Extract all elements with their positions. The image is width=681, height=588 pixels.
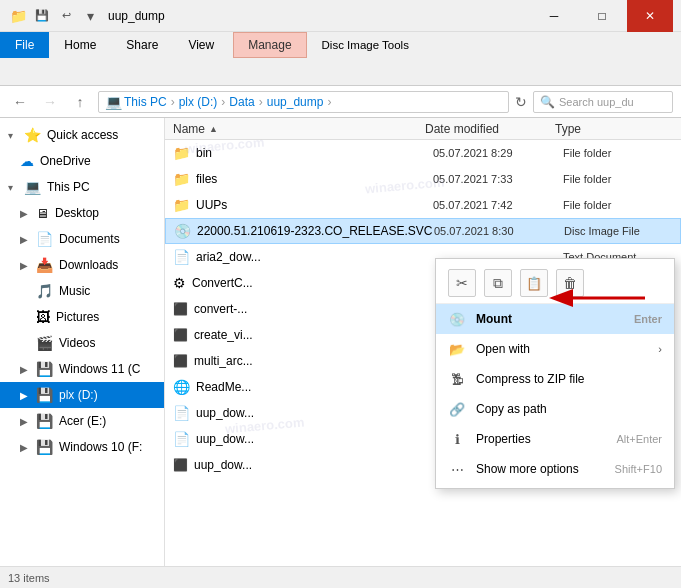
sidebar-item-windows10[interactable]: ▶ 💾 Windows 10 (F: <box>0 434 164 460</box>
copy-path-icon: 🔗 <box>448 400 466 418</box>
sidebar-item-documents[interactable]: ▶ 📄 Documents <box>0 226 164 252</box>
file-type-bin: File folder <box>563 147 673 159</box>
ctx-cut-button[interactable]: ✂ <box>448 269 476 297</box>
sidebar-label-acer: Acer (E:) <box>59 414 106 428</box>
breadcrumb-sep2: › <box>221 95 225 109</box>
column-headers: Name ▲ Date modified Type <box>165 118 681 140</box>
back-button[interactable]: ← <box>8 90 32 114</box>
ctx-item-mount[interactable]: 💿 Mount Enter <box>436 304 674 334</box>
sidebar-item-windows11[interactable]: ▶ 💾 Windows 11 (C <box>0 356 164 382</box>
ctx-item-compress[interactable]: 🗜 Compress to ZIP file <box>436 364 674 394</box>
title-bar-title: uup_dump <box>108 9 531 23</box>
ctx-paste-button[interactable]: 📋 <box>520 269 548 297</box>
ctx-shortcut-mount: Enter <box>634 313 662 325</box>
sh-uupdow1-icon: 📄 <box>173 405 190 421</box>
ctx-shortcut-show-more: Shift+F10 <box>615 463 662 475</box>
file-row-iso[interactable]: 💿 22000.51.210619-2323.CO_RELEASE.SVC 05… <box>165 218 681 244</box>
address-path[interactable]: 💻 This PC › plx (D:) › Data › uup_dump › <box>98 91 509 113</box>
minimize-button[interactable]: ─ <box>531 0 577 32</box>
sidebar-item-this-pc[interactable]: ▾ 💻 This PC <box>0 174 164 200</box>
expand-arrow-docs: ▶ <box>20 234 30 245</box>
cmd-createvi-icon: ⬛ <box>173 328 188 342</box>
disc-image-icon: 💿 <box>174 223 191 239</box>
quick-access-icon: ⭐ <box>24 127 41 143</box>
ctx-label-properties: Properties <box>476 432 606 446</box>
ctx-item-copy-path[interactable]: 🔗 Copy as path <box>436 394 674 424</box>
sidebar-item-desktop[interactable]: ▶ 🖥 Desktop <box>0 200 164 226</box>
file-name-createvi: ⬛ create_vi... <box>173 328 433 342</box>
tab-disc-image-tools[interactable]: Disc Image Tools <box>307 32 424 58</box>
file-name-uups: 📁 UUPs <box>173 197 433 213</box>
dropdown-icon[interactable]: ▾ <box>80 6 100 26</box>
ctx-delete-button[interactable]: 🗑 <box>556 269 584 297</box>
sidebar-item-quick-access[interactable]: ▾ ⭐ Quick access <box>0 122 164 148</box>
maximize-button[interactable]: □ <box>579 0 625 32</box>
music-icon: 🎵 <box>36 283 53 299</box>
close-button[interactable]: ✕ <box>627 0 673 32</box>
sidebar-item-onedrive[interactable]: ☁ OneDrive <box>0 148 164 174</box>
sidebar: ▾ ⭐ Quick access ☁ OneDrive ▾ 💻 This PC … <box>0 118 165 566</box>
ctx-item-show-more[interactable]: ⋯ Show more options Shift+F10 <box>436 454 674 484</box>
show-more-icon: ⋯ <box>448 460 466 478</box>
expand-arrow-quick: ▾ <box>8 130 18 141</box>
sidebar-label-music: Music <box>59 284 90 298</box>
pictures-icon: 🖼 <box>36 309 50 325</box>
acer-icon: 💾 <box>36 413 53 429</box>
sidebar-item-pictures[interactable]: 🖼 Pictures <box>0 304 164 330</box>
sidebar-label-videos: Videos <box>59 336 95 350</box>
ctx-shortcut-properties: Alt+Enter <box>616 433 662 445</box>
ctx-label-copy-path: Copy as path <box>476 402 662 416</box>
file-type-files: File folder <box>563 173 673 185</box>
col-header-type[interactable]: Type <box>555 122 681 136</box>
win11-icon: 💾 <box>36 361 53 377</box>
sidebar-label-onedrive: OneDrive <box>40 154 91 168</box>
forward-button[interactable]: → <box>38 90 62 114</box>
sidebar-label-thispc: This PC <box>47 180 90 194</box>
status-bar: 13 items <box>0 566 681 588</box>
up-button[interactable]: ↑ <box>68 90 92 114</box>
ctx-copy-button[interactable]: ⧉ <box>484 269 512 297</box>
ctx-arrow-open-with: › <box>658 343 662 355</box>
sidebar-label-pictures: Pictures <box>56 310 99 324</box>
file-type-iso: Disc Image File <box>564 225 672 237</box>
file-date-bin: 05.07.2021 8:29 <box>433 147 563 159</box>
refresh-button[interactable]: ↻ <box>515 94 527 110</box>
sidebar-item-downloads[interactable]: ▶ 📥 Downloads <box>0 252 164 278</box>
tab-view[interactable]: View <box>173 32 229 58</box>
tab-share[interactable]: Share <box>111 32 173 58</box>
sidebar-item-acer[interactable]: ▶ 💾 Acer (E:) <box>0 408 164 434</box>
file-date-iso: 05.07.2021 8:30 <box>434 225 564 237</box>
edge-readme-icon: 🌐 <box>173 379 190 395</box>
expand-arrow-win11: ▶ <box>20 364 30 375</box>
ctx-label-mount: Mount <box>476 312 624 326</box>
breadcrumb-icon: 💻 <box>105 94 122 110</box>
sidebar-label-windows10: Windows 10 (F: <box>59 440 142 454</box>
col-header-date[interactable]: Date modified <box>425 122 555 136</box>
breadcrumb-plx: plx (D:) <box>179 95 218 109</box>
sidebar-item-plx[interactable]: ▶ 💾 plx (D:) <box>0 382 164 408</box>
col-header-name[interactable]: Name ▲ <box>165 122 425 136</box>
ribbon-tabs: File Home Share View Manage Disc Image T… <box>0 32 681 58</box>
save-icon: 💾 <box>32 6 52 26</box>
expand-arrow-plx: ▶ <box>20 390 30 401</box>
file-area: Name ▲ Date modified Type 📁 bin 05. <box>165 118 681 566</box>
breadcrumb-data: Data <box>229 95 254 109</box>
ctx-item-open-with[interactable]: 📂 Open with › <box>436 334 674 364</box>
tab-manage[interactable]: Manage <box>233 32 306 58</box>
tab-home[interactable]: Home <box>49 32 111 58</box>
file-name-convert2: ⬛ convert-... <box>173 302 433 316</box>
ctx-item-properties[interactable]: ℹ Properties Alt+Enter <box>436 424 674 454</box>
tab-file[interactable]: File <box>0 32 49 58</box>
ribbon-bar: ​ <box>0 58 681 86</box>
search-box[interactable]: 🔍 Search uup_du <box>533 91 673 113</box>
sidebar-label-documents: Documents <box>59 232 120 246</box>
sidebar-item-videos[interactable]: 🎬 Videos <box>0 330 164 356</box>
file-row[interactable]: 📁 files 05.07.2021 7:33 File folder <box>165 166 681 192</box>
sidebar-item-music[interactable]: 🎵 Music <box>0 278 164 304</box>
thispc-icon: 💻 <box>24 179 41 195</box>
breadcrumb-sep4: › <box>327 95 331 109</box>
breadcrumb-sep1: › <box>171 95 175 109</box>
file-name-iso: 💿 22000.51.210619-2323.CO_RELEASE.SVC <box>174 223 434 239</box>
file-row[interactable]: 📁 bin 05.07.2021 8:29 File folder <box>165 140 681 166</box>
file-row[interactable]: 📁 UUPs 05.07.2021 7:42 File folder <box>165 192 681 218</box>
